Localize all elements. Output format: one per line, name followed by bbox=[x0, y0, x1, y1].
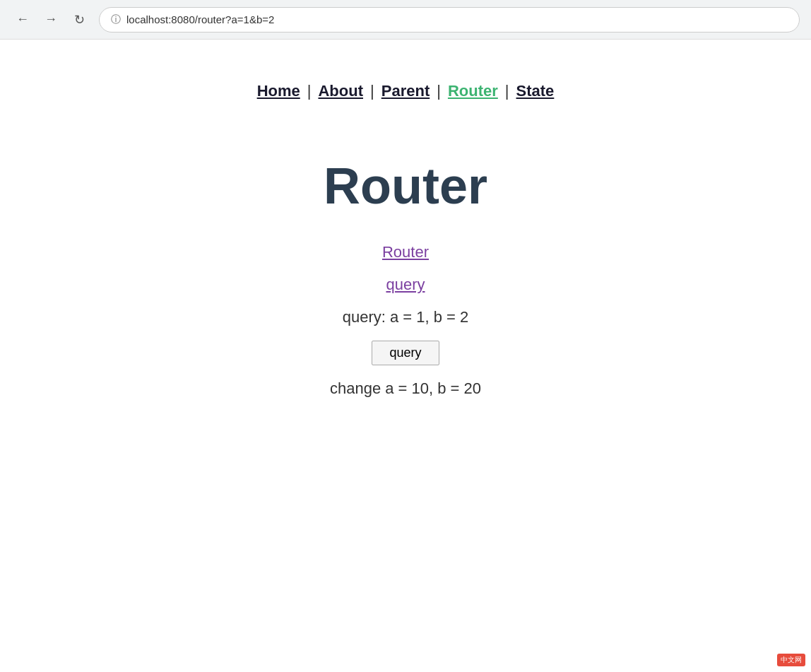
router-link[interactable]: Router bbox=[382, 243, 429, 261]
address-bar[interactable]: ⓘ localhost:8080/router?a=1&b=2 bbox=[99, 7, 800, 33]
query-display: query: a = 1, b = 2 bbox=[343, 308, 469, 326]
nav-separator-1: | bbox=[307, 82, 312, 100]
reload-button[interactable]: ↻ bbox=[68, 8, 90, 31]
query-link[interactable]: query bbox=[386, 276, 425, 294]
browser-nav-buttons: ← → ↻ bbox=[11, 8, 90, 31]
nav-bar: Home | About | Parent | Router | State bbox=[257, 82, 555, 100]
browser-chrome: ← → ↻ ⓘ localhost:8080/router?a=1&b=2 bbox=[0, 0, 811, 40]
forward-button[interactable]: → bbox=[40, 8, 62, 31]
nav-separator-4: | bbox=[505, 82, 509, 100]
back-button[interactable]: ← bbox=[11, 8, 34, 31]
nav-separator-2: | bbox=[370, 82, 374, 100]
nav-separator-3: | bbox=[437, 82, 441, 100]
info-icon: ⓘ bbox=[111, 13, 121, 26]
nav-link-about[interactable]: About bbox=[318, 82, 363, 100]
page-content: Home | About | Parent | Router | State R… bbox=[0, 40, 811, 672]
change-display: change a = 10, b = 20 bbox=[330, 379, 481, 398]
nav-link-parent[interactable]: Parent bbox=[381, 82, 430, 100]
nav-link-state[interactable]: State bbox=[516, 82, 555, 100]
url-display: localhost:8080/router?a=1&b=2 bbox=[126, 13, 274, 25]
query-button[interactable]: query bbox=[372, 341, 439, 365]
php-badge: 中文网 bbox=[777, 654, 805, 666]
page-title: Router bbox=[324, 157, 487, 215]
nav-link-router[interactable]: Router bbox=[448, 82, 498, 100]
main-content: Router Router query query: a = 1, b = 2 … bbox=[324, 100, 487, 412]
nav-link-home[interactable]: Home bbox=[257, 82, 300, 100]
